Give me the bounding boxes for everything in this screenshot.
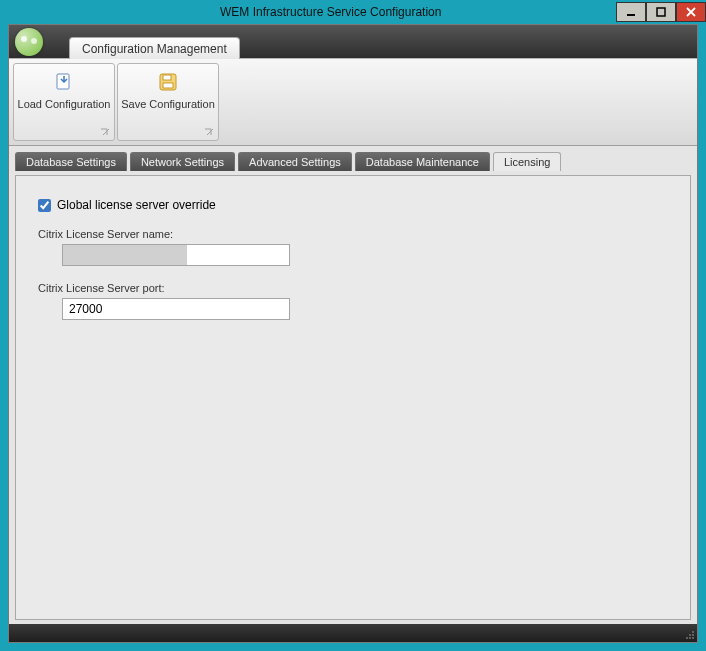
- minimize-icon: [626, 7, 636, 17]
- tab-database-maintenance[interactable]: Database Maintenance: [355, 152, 490, 171]
- svg-line-6: [103, 129, 109, 135]
- svg-rect-8: [163, 75, 171, 80]
- svg-point-12: [689, 637, 691, 639]
- tab-label: Advanced Settings: [249, 156, 341, 168]
- close-icon: [686, 7, 696, 17]
- save-config-label: Save Configuration: [121, 98, 215, 110]
- ribbon-tab-label: Configuration Management: [82, 42, 227, 56]
- tab-label: Network Settings: [141, 156, 224, 168]
- load-config-icon: [54, 72, 74, 92]
- license-server-port-input[interactable]: [62, 298, 290, 320]
- window-title: WEM Infrastructure Service Configuration: [220, 5, 441, 19]
- dialog-launcher-icon: [204, 128, 214, 138]
- license-server-port-label: Citrix License Server port:: [38, 282, 668, 294]
- svg-point-13: [692, 634, 694, 636]
- svg-rect-9: [163, 83, 173, 88]
- client-area: Configuration Management Load Configurat…: [8, 24, 698, 643]
- tab-network-settings[interactable]: Network Settings: [130, 152, 235, 171]
- resize-grip-icon: [683, 628, 695, 640]
- titlebar[interactable]: WEM Infrastructure Service Configuration: [0, 0, 706, 24]
- settings-tabstrip: Database Settings Network Settings Advan…: [15, 152, 691, 171]
- svg-point-14: [686, 637, 688, 639]
- tab-label: Database Maintenance: [366, 156, 479, 168]
- svg-point-11: [692, 637, 694, 639]
- save-config-icon: [158, 72, 178, 92]
- close-button[interactable]: [676, 2, 706, 22]
- license-server-name-input[interactable]: [62, 244, 290, 266]
- license-server-name-label: Citrix License Server name:: [38, 228, 668, 240]
- global-license-override-label: Global license server override: [57, 198, 216, 212]
- maximize-button[interactable]: [646, 2, 676, 22]
- global-license-override-checkbox[interactable]: [38, 199, 51, 212]
- ribbon-tab-config-management[interactable]: Configuration Management: [69, 37, 240, 59]
- svg-point-15: [689, 634, 691, 636]
- dialog-launcher-icon: [100, 128, 110, 138]
- app-logo-icon: [15, 28, 43, 56]
- maximize-icon: [656, 7, 666, 17]
- ribbon-tab-bar: Configuration Management: [9, 25, 697, 58]
- save-configuration-button[interactable]: Save Configuration: [117, 63, 219, 141]
- ribbon-body: Load Configuration Save Configuration: [9, 58, 697, 146]
- minimize-button[interactable]: [616, 2, 646, 22]
- status-bar: [9, 624, 697, 642]
- resize-grip[interactable]: [683, 628, 695, 640]
- licensing-panel: Global license server override Citrix Li…: [15, 175, 691, 620]
- load-configuration-button[interactable]: Load Configuration: [13, 63, 115, 141]
- svg-line-3: [687, 8, 695, 16]
- svg-rect-1: [657, 8, 665, 16]
- svg-point-16: [692, 631, 694, 633]
- tab-licensing[interactable]: Licensing: [493, 152, 561, 171]
- tab-label: Database Settings: [26, 156, 116, 168]
- svg-line-2: [687, 8, 695, 16]
- load-config-label: Load Configuration: [18, 98, 111, 110]
- tab-database-settings[interactable]: Database Settings: [15, 152, 127, 171]
- tab-advanced-settings[interactable]: Advanced Settings: [238, 152, 352, 171]
- svg-line-10: [207, 129, 213, 135]
- tab-label: Licensing: [504, 156, 550, 168]
- window-root: WEM Infrastructure Service Configuration…: [0, 0, 706, 651]
- svg-rect-0: [627, 14, 635, 16]
